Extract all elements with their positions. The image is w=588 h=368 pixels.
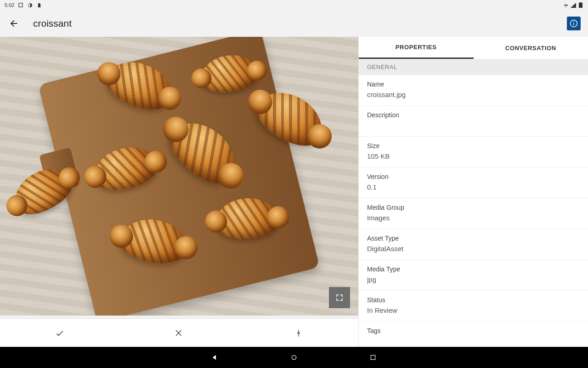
field-tags[interactable]: Tags bbox=[359, 322, 588, 347]
field-label: Size bbox=[367, 142, 580, 150]
svg-rect-3 bbox=[580, 2, 582, 3]
field-value: DigitalAsset bbox=[367, 245, 580, 253]
field-label: Tags bbox=[367, 327, 580, 334]
nav-back-button[interactable] bbox=[210, 352, 220, 362]
signal-icon bbox=[571, 2, 576, 8]
reject-button[interactable] bbox=[170, 324, 188, 342]
pin-button[interactable] bbox=[289, 324, 308, 342]
properties-panel: PROPERTIES CONVERSATION GENERAL Name cro… bbox=[358, 37, 588, 347]
field-label: Media Group bbox=[367, 204, 580, 211]
info-button[interactable] bbox=[567, 17, 581, 30]
back-button[interactable] bbox=[7, 17, 20, 30]
field-label: Status bbox=[367, 296, 580, 304]
field-asset-type[interactable]: Asset Type DigitalAsset bbox=[359, 229, 588, 260]
field-size[interactable]: Size 105 KB bbox=[359, 137, 588, 167]
page-title: croissant bbox=[33, 18, 72, 29]
field-label: Name bbox=[367, 80, 580, 88]
nav-recent-button[interactable] bbox=[368, 352, 378, 362]
status-icon bbox=[36, 2, 42, 8]
field-value bbox=[367, 121, 580, 130]
app-header: croissant bbox=[0, 10, 588, 37]
svg-rect-8 bbox=[371, 355, 375, 359]
android-nav-bar bbox=[0, 347, 588, 368]
field-value: Images bbox=[367, 214, 580, 222]
image-pane bbox=[0, 37, 358, 347]
field-value: croissant.jpg bbox=[367, 91, 580, 99]
svg-rect-5 bbox=[573, 23, 574, 25]
status-icon bbox=[18, 2, 23, 8]
field-description[interactable]: Description bbox=[359, 106, 588, 137]
svg-rect-6 bbox=[573, 22, 574, 23]
field-value bbox=[367, 337, 580, 345]
svg-rect-0 bbox=[19, 3, 23, 7]
field-name[interactable]: Name croissant.jpg bbox=[359, 75, 588, 106]
main-content: PROPERTIES CONVERSATION GENERAL Name cro… bbox=[0, 37, 588, 347]
field-media-group[interactable]: Media Group Images bbox=[359, 198, 588, 229]
field-value: 105 KB bbox=[367, 152, 580, 161]
battery-icon bbox=[578, 2, 583, 8]
tab-conversation[interactable]: CONVERSATION bbox=[474, 37, 588, 59]
field-label: Version bbox=[367, 173, 580, 180]
field-label: Media Type bbox=[367, 265, 580, 273]
section-header-general: GENERAL bbox=[359, 59, 588, 75]
asset-image[interactable] bbox=[0, 37, 358, 316]
field-value: jpg bbox=[367, 276, 580, 284]
svg-rect-2 bbox=[579, 3, 582, 8]
field-label: Description bbox=[367, 111, 580, 119]
field-value: 0.1 bbox=[367, 183, 580, 191]
svg-point-7 bbox=[292, 355, 296, 359]
nav-home-button[interactable] bbox=[289, 352, 299, 362]
field-label: Asset Type bbox=[367, 235, 580, 242]
status-time: 5:02 bbox=[5, 2, 14, 8]
panel-tabs: PROPERTIES CONVERSATION bbox=[359, 37, 588, 59]
field-media-type[interactable]: Media Type jpg bbox=[359, 260, 588, 291]
fullscreen-button[interactable] bbox=[329, 287, 350, 308]
field-version[interactable]: Version 0.1 bbox=[359, 167, 588, 198]
tab-properties[interactable]: PROPERTIES bbox=[359, 37, 474, 59]
field-value: In Review bbox=[367, 306, 580, 315]
action-bar bbox=[0, 318, 358, 347]
status-icon bbox=[27, 2, 33, 8]
field-status[interactable]: Status In Review bbox=[359, 291, 588, 322]
android-status-bar: 5:02 bbox=[0, 0, 588, 10]
wifi-icon bbox=[563, 2, 569, 8]
approve-button[interactable] bbox=[51, 324, 69, 342]
